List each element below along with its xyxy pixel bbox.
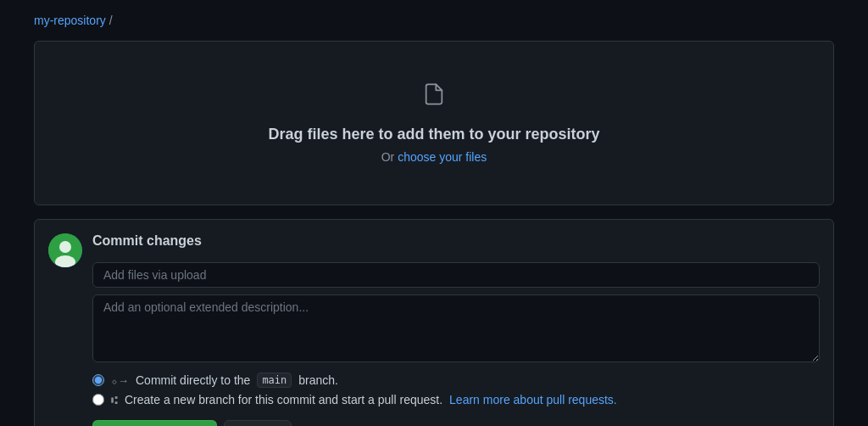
svg-point-1 (59, 241, 71, 253)
branch-options: ⬦→ Commit directly to the main branch. ⑆… (92, 373, 820, 406)
commit-description-textarea[interactable] (92, 294, 820, 362)
fork-icon: ⑆ (111, 394, 118, 406)
radio-new-branch[interactable] (92, 394, 104, 406)
branch-icon: ⬦→ (111, 374, 129, 387)
breadcrumb-separator: / (109, 14, 113, 27)
radio-new-branch-option[interactable]: ⑆ Create a new branch for this commit an… (92, 393, 820, 406)
repo-link[interactable]: my-repository (34, 14, 106, 27)
choose-files-link[interactable]: choose your files (398, 150, 487, 164)
commit-form: Commit changes ⬦→ Commit directly to the… (92, 233, 820, 426)
drop-zone-subtitle: Or choose your files (381, 150, 487, 164)
radio-direct-option[interactable]: ⬦→ Commit directly to the main branch. (92, 373, 820, 388)
action-buttons: Commit changes Cancel (92, 420, 820, 426)
avatar (48, 233, 82, 267)
radio-new-branch-label: Create a new branch for this commit and … (125, 393, 442, 406)
radio-direct-label: Commit directly to the (136, 373, 250, 387)
drop-zone[interactable]: Drag files here to add them to your repo… (34, 41, 834, 205)
cancel-button[interactable]: Cancel (224, 420, 292, 426)
commit-section-title: Commit changes (92, 233, 820, 249)
commit-message-input[interactable] (92, 262, 820, 288)
file-icon (422, 82, 446, 112)
commit-section: Commit changes ⬦→ Commit directly to the… (34, 219, 834, 426)
drop-zone-subtitle-prefix: Or (381, 150, 398, 164)
radio-direct[interactable] (92, 374, 104, 386)
breadcrumb: my-repository / (34, 14, 834, 27)
branch-name-badge: main (257, 373, 292, 388)
drop-zone-title: Drag files here to add them to your repo… (268, 126, 599, 143)
pull-request-learn-link[interactable]: Learn more about pull requests. (449, 393, 617, 406)
radio-direct-suffix: branch. (298, 373, 338, 387)
commit-changes-button[interactable]: Commit changes (92, 420, 217, 426)
